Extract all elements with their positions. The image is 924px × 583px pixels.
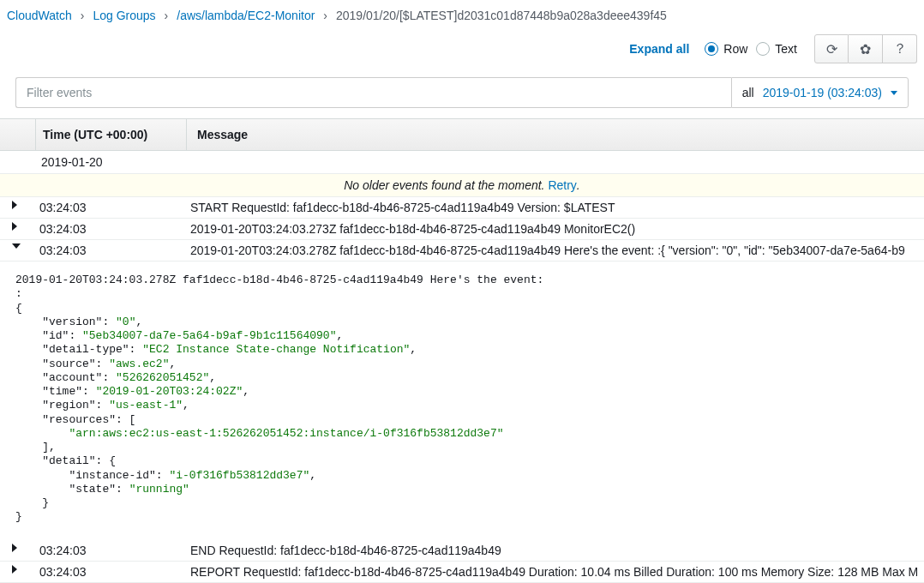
log-row: 03:24:03 2019-01-20T03:24:03.273Z faf1de… <box>0 219 924 240</box>
log-message: 2019-01-20T03:24:03.278Z faf1decc-b18d-4… <box>187 240 924 261</box>
view-text-label: Text <box>775 42 797 56</box>
caret-down-icon <box>891 91 897 95</box>
log-row: 03:24:03 REPORT RequestId: faf1decc-b18d… <box>0 562 924 583</box>
breadcrumb-cloudwatch[interactable]: CloudWatch <box>7 9 72 22</box>
filter-events-input[interactable] <box>15 77 731 108</box>
view-text-radio[interactable]: Text <box>756 42 797 56</box>
no-older-events: No older events found at the moment. Ret… <box>0 174 924 197</box>
expand-toggle[interactable] <box>0 197 36 213</box>
chevron-right-icon <box>12 222 17 231</box>
breadcrumb-log-groups[interactable]: Log Groups <box>93 9 155 22</box>
chevron-right-icon: › <box>165 9 169 22</box>
toolbar: Expand all Row Text ⟳ ✿ ？ <box>0 29 924 72</box>
date-scope: all <box>742 86 754 99</box>
date-range-dropdown[interactable]: all 2019-01-19 (03:24:03) <box>731 77 909 108</box>
breadcrumb-current: 2019/01/20/[$LATEST]d2031c01d87448b9a028… <box>336 9 667 22</box>
table-header: Time (UTC +00:00) Message <box>0 118 924 151</box>
log-row: 03:24:03 END RequestId: faf1decc-b18d-4b… <box>0 540 924 562</box>
breadcrumb-log-group-name[interactable]: /aws/lambda/EC2-Monitor <box>177 9 315 22</box>
chevron-right-icon <box>12 565 17 574</box>
filter-row: all 2019-01-19 (03:24:03) <box>15 77 909 108</box>
refresh-icon: ⟳ <box>826 41 837 57</box>
expand-toggle[interactable] <box>0 540 36 556</box>
help-icon: ？ <box>893 40 907 58</box>
date-group-row: 2019-01-20 <box>0 151 924 174</box>
log-events-table: Time (UTC +00:00) Message 2019-01-20 No … <box>0 118 924 583</box>
view-row-label: Row <box>723 42 747 56</box>
chevron-right-icon <box>12 201 17 209</box>
gear-icon: ✿ <box>860 41 871 57</box>
help-button[interactable]: ？ <box>883 34 917 63</box>
header-time[interactable]: Time (UTC +00:00) <box>36 119 187 150</box>
log-time: 03:24:03 <box>36 240 187 261</box>
chevron-right-icon: › <box>81 9 85 22</box>
retry-older-link[interactable]: Retry <box>548 178 576 192</box>
expand-toggle[interactable] <box>0 240 36 252</box>
header-message[interactable]: Message <box>187 119 924 150</box>
log-message: END RequestId: faf1decc-b18d-4b46-8725-c… <box>187 540 924 561</box>
log-time: 03:24:03 <box>36 219 187 239</box>
log-time: 03:24:03 <box>36 540 187 561</box>
view-row-radio[interactable]: Row <box>705 42 747 56</box>
log-message: 2019-01-20T03:24:03.273Z faf1decc-b18d-4… <box>187 219 924 239</box>
view-mode-radio-group: Row Text <box>705 42 797 56</box>
expand-toggle[interactable] <box>0 219 36 234</box>
refresh-button[interactable]: ⟳ <box>814 34 849 63</box>
breadcrumb: CloudWatch › Log Groups › /aws/lambda/EC… <box>0 0 924 29</box>
expand-all-link[interactable]: Expand all <box>629 42 689 56</box>
log-time: 03:24:03 <box>36 562 187 582</box>
chevron-right-icon <box>12 544 17 552</box>
expand-toggle[interactable] <box>0 562 36 577</box>
settings-button[interactable]: ✿ <box>849 34 883 63</box>
log-row: 03:24:03 START RequestId: faf1decc-b18d-… <box>0 197 924 219</box>
expanded-log-detail: 2019-01-20T03:24:03.278Z faf1decc-b18d-4… <box>0 261 924 540</box>
log-time: 03:24:03 <box>36 197 187 218</box>
log-message: REPORT RequestId: faf1decc-b18d-4b46-872… <box>187 562 924 582</box>
date-value: 2019-01-19 (03:24:03) <box>763 86 882 99</box>
chevron-down-icon <box>12 243 21 249</box>
chevron-right-icon: › <box>323 9 327 22</box>
log-row-expanded: 03:24:03 2019-01-20T03:24:03.278Z faf1de… <box>0 240 924 261</box>
log-message: START RequestId: faf1decc-b18d-4b46-8725… <box>187 197 924 218</box>
